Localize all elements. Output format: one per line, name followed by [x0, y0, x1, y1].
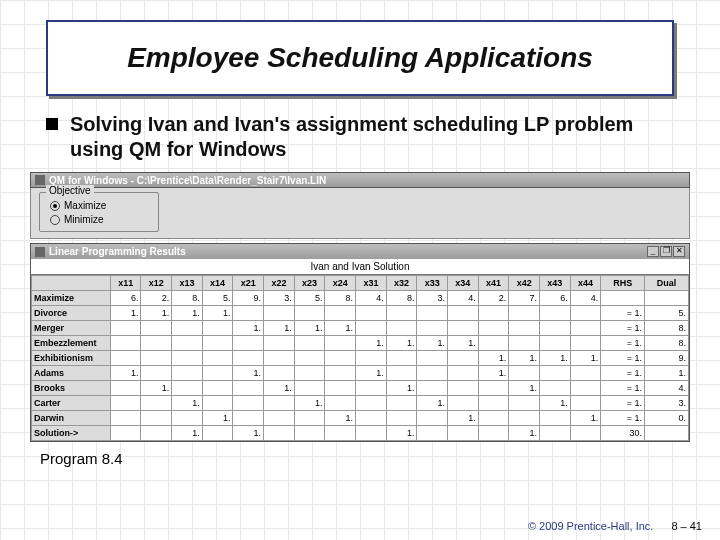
cell [294, 351, 325, 366]
cell [478, 321, 509, 336]
results-subwindow: Linear Programming Results _ ❐ ✕ Ivan an… [30, 243, 690, 442]
radio-icon [50, 201, 60, 211]
col-header: x23 [294, 276, 325, 291]
cell [478, 336, 509, 351]
cell [325, 336, 356, 351]
cell [540, 321, 571, 336]
slide-title: Employee Scheduling Applications [64, 42, 656, 74]
cell: 1. [202, 306, 233, 321]
cell [264, 366, 295, 381]
cell: = 1. [601, 381, 645, 396]
cell: 1. [509, 351, 540, 366]
cell [233, 411, 264, 426]
cell: 3. [264, 291, 295, 306]
bullet-row: Solving Ivan and Ivan's assignment sched… [46, 112, 674, 162]
cell: 1. [417, 336, 448, 351]
cell: = 1. [601, 306, 645, 321]
cell: 9. [233, 291, 264, 306]
cell: 1. [264, 321, 295, 336]
restore-button[interactable]: ❐ [660, 246, 672, 257]
cell: 9. [645, 351, 689, 366]
radio-maximize[interactable]: Maximize [50, 199, 148, 213]
cell [202, 396, 233, 411]
cell: 3. [417, 291, 448, 306]
cell [202, 381, 233, 396]
col-header: x31 [356, 276, 387, 291]
col-header: x12 [141, 276, 172, 291]
row-header: Adams [32, 366, 111, 381]
cell [540, 381, 571, 396]
table-row: Embezzlement1.1.1.1.= 1.8. [32, 336, 689, 351]
cell [417, 411, 448, 426]
cell: 1. [386, 336, 417, 351]
cell [448, 306, 479, 321]
cell [386, 351, 417, 366]
cell [386, 366, 417, 381]
cell [645, 426, 689, 441]
cell [448, 351, 479, 366]
row-header: Maximize [32, 291, 111, 306]
row-header: Embezzlement [32, 336, 111, 351]
cell: 1. [386, 381, 417, 396]
col-header: x42 [509, 276, 540, 291]
cell: = 1. [601, 411, 645, 426]
cell [570, 381, 601, 396]
cell [417, 351, 448, 366]
cell [110, 351, 141, 366]
cell: = 1. [601, 351, 645, 366]
cell [356, 351, 387, 366]
cell: 1. [325, 411, 356, 426]
row-header: Solution-> [32, 426, 111, 441]
cell: 1. [233, 321, 264, 336]
objective-legend: Objective [46, 185, 94, 196]
cell [202, 321, 233, 336]
cell [202, 351, 233, 366]
cell: = 1. [601, 321, 645, 336]
radio-label-maximize: Maximize [64, 199, 106, 213]
cell [570, 306, 601, 321]
radio-minimize[interactable]: Minimize [50, 213, 148, 227]
cell [570, 396, 601, 411]
objective-panel: Objective Maximize Minimize [30, 188, 690, 239]
cell [110, 396, 141, 411]
results-table: x11x12x13x14x21x22x23x24x31x32x33x34x41x… [31, 275, 689, 441]
cell [386, 411, 417, 426]
cell [448, 366, 479, 381]
cell: 8. [325, 291, 356, 306]
cell [386, 396, 417, 411]
cell: 1. [645, 366, 689, 381]
col-header: x21 [233, 276, 264, 291]
cell [172, 381, 203, 396]
cell [233, 336, 264, 351]
cell: 3. [645, 396, 689, 411]
cell [478, 396, 509, 411]
row-header: Brooks [32, 381, 111, 396]
cell [478, 306, 509, 321]
minimize-button[interactable]: _ [647, 246, 659, 257]
cell [478, 411, 509, 426]
cell [325, 366, 356, 381]
cell [386, 306, 417, 321]
table-row: Solution->1.1.1.1.30. [32, 426, 689, 441]
table-row: Brooks1.1.1.1.= 1.4. [32, 381, 689, 396]
col-header: Dual [645, 276, 689, 291]
cell [509, 411, 540, 426]
cell: 1. [172, 306, 203, 321]
cell [325, 396, 356, 411]
cell [264, 336, 295, 351]
cell [645, 291, 689, 306]
cell [356, 396, 387, 411]
cell: 1. [448, 336, 479, 351]
cell [356, 321, 387, 336]
cell: 1. [172, 426, 203, 441]
cell [325, 381, 356, 396]
cell [540, 426, 571, 441]
cell [356, 426, 387, 441]
cell: 0. [645, 411, 689, 426]
app-titlebar: QM for Windows - C:\Prentice\Data\Render… [30, 172, 690, 188]
col-header-blank [32, 276, 111, 291]
cell [448, 321, 479, 336]
cell [294, 381, 325, 396]
close-button[interactable]: ✕ [673, 246, 685, 257]
cell [509, 321, 540, 336]
